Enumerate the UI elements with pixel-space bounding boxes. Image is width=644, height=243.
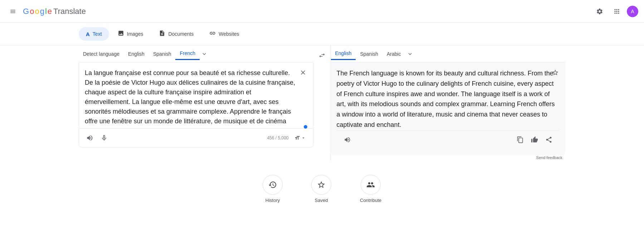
save-translation-button[interactable] xyxy=(550,67,561,78)
app-title: Translate xyxy=(53,7,86,16)
active-indicator xyxy=(304,125,307,129)
source-textarea[interactable]: La langue française est connue pour sa b… xyxy=(79,63,313,127)
contribute-icon-circle xyxy=(361,175,381,195)
saved-label: Saved xyxy=(315,198,328,203)
source-panel: Detect language English Spanish French L… xyxy=(79,45,313,160)
images-icon xyxy=(118,30,124,38)
source-textarea-wrapper: La langue française est connue pour sa b… xyxy=(79,63,313,148)
tab-documents[interactable]: Documents xyxy=(152,27,201,41)
detect-language-btn[interactable]: Detect language xyxy=(79,48,124,60)
source-more-langs-btn[interactable] xyxy=(200,48,209,60)
result-listen-button[interactable] xyxy=(341,133,354,146)
swap-area xyxy=(313,45,331,160)
source-footer: 456 / 5,000 xyxy=(79,128,313,147)
source-mic-button[interactable] xyxy=(98,132,111,144)
result-lang-row: English Spanish Arabic xyxy=(331,45,566,63)
copy-translation-button[interactable] xyxy=(514,133,527,146)
share-translation-button[interactable] xyxy=(542,133,555,146)
header-left: Google Translate xyxy=(6,4,86,19)
tab-text[interactable]: A Text xyxy=(79,27,109,41)
source-french-btn[interactable]: French xyxy=(175,48,200,60)
saved-icon-circle xyxy=(311,175,331,195)
send-feedback-link[interactable]: Send feedback xyxy=(331,155,566,160)
bottom-nav: History Saved Contribute xyxy=(0,160,644,210)
result-more-langs-btn[interactable] xyxy=(405,48,415,60)
menu-button[interactable] xyxy=(6,4,20,19)
result-panel: English Spanish Arabic The French langua… xyxy=(331,45,566,160)
history-label: History xyxy=(265,198,280,203)
websites-icon xyxy=(209,30,216,38)
main-area: Detect language English Spanish French L… xyxy=(0,45,644,160)
avatar[interactable]: A xyxy=(627,6,638,17)
swap-languages-button[interactable] xyxy=(315,48,329,63)
result-text-wrapper: The French language is known for its bea… xyxy=(331,63,566,155)
result-english-btn[interactable]: English xyxy=(331,48,356,60)
apps-button[interactable] xyxy=(610,4,624,19)
result-spanish-btn[interactable]: Spanish xyxy=(356,48,382,60)
rate-translation-button[interactable] xyxy=(528,133,541,146)
contribute-label: Contribute xyxy=(360,198,381,203)
bottom-nav-contribute[interactable]: Contribute xyxy=(360,175,381,203)
header: Google Translate A xyxy=(0,0,644,23)
result-arabic-btn[interactable]: Arabic xyxy=(382,48,405,60)
tab-images[interactable]: Images xyxy=(111,27,151,41)
text-icon: A xyxy=(86,31,90,37)
result-text: The French language is known for its bea… xyxy=(337,68,560,130)
source-footer-left xyxy=(83,132,111,144)
font-size-button[interactable] xyxy=(292,134,309,142)
char-count: 456 / 5,000 xyxy=(267,135,288,140)
documents-icon xyxy=(159,30,165,38)
header-right: A xyxy=(592,4,638,19)
history-icon-circle xyxy=(263,175,283,195)
mode-tabs: A Text Images Documents Websites xyxy=(0,23,644,45)
tab-websites[interactable]: Websites xyxy=(202,27,246,41)
google-logo: Google Translate xyxy=(23,7,86,16)
source-english-btn[interactable]: English xyxy=(124,48,149,60)
bottom-nav-saved[interactable]: Saved xyxy=(311,175,331,203)
settings-button[interactable] xyxy=(592,4,607,19)
source-spanish-btn[interactable]: Spanish xyxy=(149,48,176,60)
result-footer xyxy=(337,130,560,149)
source-listen-button[interactable] xyxy=(83,132,96,144)
result-footer-right xyxy=(514,133,555,146)
source-lang-row: Detect language English Spanish French xyxy=(79,45,313,63)
clear-button[interactable] xyxy=(297,67,309,78)
bottom-nav-history[interactable]: History xyxy=(263,175,283,203)
